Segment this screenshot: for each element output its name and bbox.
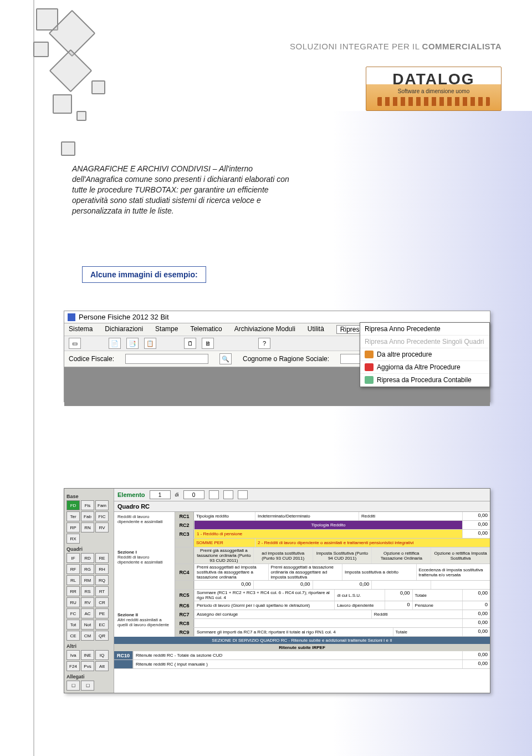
folder-icon [365,351,374,358]
nav-prev-icon[interactable] [209,490,219,499]
panel-button[interactable]: CM [81,631,94,641]
row-rc6: RC6 Periodo di lavoro (Giorni per i qual… [175,601,490,610]
logo-title: DATALOG [366,70,501,88]
logo-subtitle: Software a dimensione uomo [366,88,501,94]
row-headers: Premi già assoggettati a tassazione ordi… [175,547,490,564]
panel-button[interactable]: PE [95,608,109,618]
help-icon[interactable]: ? [258,338,270,349]
panel-button[interactable]: Iva [66,650,80,660]
panel-button[interactable]: FD [66,500,80,510]
dropdown-item[interactable]: Ripresa Anno Precedente [360,323,489,336]
dropdown-item[interactable]: Da altre procedure [360,348,489,361]
panel-button[interactable]: Pvs [81,661,94,671]
toolbar-icon[interactable]: 📑 [126,338,139,349]
panel-button[interactable]: AC [81,608,94,618]
panel-button[interactable]: CR [95,597,109,607]
toolbar-icon[interactable]: 📋 [144,338,156,349]
panel-button[interactable]: Not [81,620,94,630]
panel-button[interactable]: RV [81,597,94,607]
panel-button[interactable]: Ter [66,511,80,521]
dropdown-item[interactable]: Ripresa da Procedura Contabile [360,374,489,387]
panel-button[interactable]: RS [81,586,94,596]
row-rc10a: RC10 Ritenute redditi RC - Totale da sez… [114,651,490,660]
panel-button[interactable]: RP [66,522,80,532]
panel-button[interactable]: ☐ [81,681,94,691]
row-rc4: RC4 Premi assoggettati ad imposta sostit… [175,564,490,581]
panel-button[interactable]: RU [66,597,80,607]
dropdown-item[interactable]: Aggiorna da Altre Procedure [360,361,489,374]
panel-button[interactable]: FC [66,608,80,618]
menu-utilita[interactable]: Utilità [308,325,324,334]
panel-button[interactable]: Fis [81,500,94,510]
left-button-panel: Base FDFisFamTerFabFICRPRNRVRX Quadri IF… [64,489,114,693]
panel-button[interactable]: RM [81,575,94,585]
tagline-bold: COMMERCIALISTA [422,42,502,51]
nav-next-icon[interactable] [223,490,233,499]
row-yellow-header: RC2 Tipologia Reddito 0,00 [175,521,490,530]
lookup-icon[interactable]: 🔍 [219,353,232,364]
subsection-bar: Ritenute subite IRPEF [114,644,490,651]
panel-button[interactable]: RD [81,553,94,563]
panel-button[interactable]: RV [95,522,109,532]
panel-button[interactable]: CE [66,631,80,641]
menu-dichiarazioni[interactable]: Dichiarazioni [105,325,143,334]
elemento-value[interactable] [150,490,171,499]
group-allegati: Allegati [66,674,111,679]
datalog-logo: DATALOG Software a dimensione uomo [366,67,502,111]
toolbar-icon[interactable]: 📄 [109,338,121,349]
panel-button[interactable]: EC [95,620,109,630]
menu-telematico[interactable]: Telematico [190,325,222,334]
toolbar-icon[interactable]: 🗎 [202,338,214,349]
panel-button[interactable]: INE [81,650,94,660]
panel-button[interactable]: RR [66,586,80,596]
panel-button[interactable]: Fab [81,511,94,521]
panel-button[interactable]: RN [81,522,94,532]
section2-label: Sezione II Altri redditi assimilati a qu… [114,610,175,637]
panel-button[interactable]: RE [95,553,109,563]
panel-button[interactable]: Fam [95,500,109,510]
panel-button[interactable]: RT [95,586,109,596]
panel-button[interactable]: RL [66,575,80,585]
section1-label: Sezione I Redditi di lavoro dipendente e… [114,547,175,610]
row-rc7: RC7 Assegno del coniuge Redditi 0,00 [175,610,490,619]
elemento-total[interactable] [183,490,204,499]
panel-button[interactable]: IF [66,553,80,563]
menu-stampe[interactable]: Stampe [155,325,178,334]
panel-button[interactable]: Att [95,661,109,671]
section-service-bar: SEZIONE DI SERVIZIO QUADRO RC - Ritenute… [114,637,490,644]
screenshot-app-window: Persone Fisiche 2012 32 Bit Sistema Dich… [64,311,490,402]
toolbar-icon[interactable]: ▭ [69,338,81,349]
row-yellow-1[interactable]: RC3 1 - Reddito di pensione 0,00 [175,530,490,539]
panel-button[interactable]: RG [81,564,94,574]
panel-button[interactable]: FIC [95,511,109,521]
panel-button[interactable]: ☐ [66,681,80,691]
panel-button[interactable]: RQ [95,575,109,585]
panel-button[interactable]: RX [66,534,80,544]
panel-button[interactable]: RF [66,564,80,574]
menu-archiviazione[interactable]: Archiviazione Moduli [234,325,295,334]
panel-button[interactable]: IQ [95,650,109,660]
panel-button[interactable]: Tot [66,620,80,630]
row-yellow-2[interactable]: SOMME PER 2 - Redditi di lavoro dipenden… [175,539,490,547]
cf-input[interactable] [125,354,208,364]
panel-button[interactable]: F24 [66,661,80,671]
form-main: Elemento di Quadro RC Redditi di lavoro … [114,489,490,693]
panel-button[interactable]: QR [95,631,109,641]
window-titlebar: Persone Fisiche 2012 32 Bit [64,311,490,323]
decorative-squares [0,0,144,177]
example-caption: Alcune immagini di esempio: [82,266,206,283]
logo-bars [377,97,490,106]
panel-button[interactable]: RH [95,564,109,574]
group-base: Base [66,494,111,499]
nav-tool-icon[interactable] [238,490,248,499]
quadro-header: Quadro RC [114,501,490,512]
toolbar-icon[interactable]: 🗒 [184,338,196,349]
menu-sistema[interactable]: Sistema [69,325,93,334]
refresh-icon [365,363,374,371]
row-rc8: RC8 0,00 [175,619,490,628]
record-navigator: Elemento di [114,489,490,501]
ragione-label: Cognome o Ragione Sociale: [243,355,329,363]
proc-icon [365,376,374,384]
screenshot-form-window: Base FDFisFamTerFabFICRPRNRVRX Quadri IF… [64,488,490,693]
window-title: Persone Fisiche 2012 32 Bit [79,313,169,321]
